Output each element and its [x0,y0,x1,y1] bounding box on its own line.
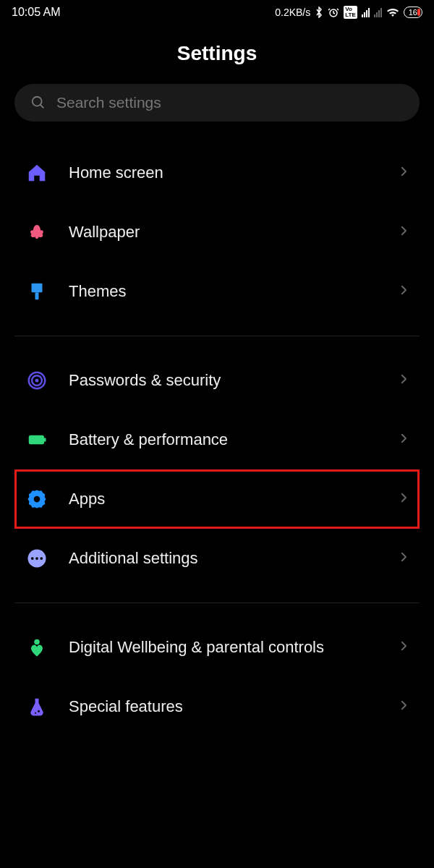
chevron-right-icon [397,224,410,240]
divider [14,336,420,336]
wifi-icon [386,7,399,17]
chevron-right-icon [397,373,410,388]
row-label: Apps [69,490,378,509]
battery-indicator: 16 [404,7,422,18]
battery-icon [24,427,50,453]
gear-icon [24,486,50,512]
svg-point-1 [33,97,42,106]
settings-row-home-screen[interactable]: Home screen [14,143,420,203]
row-label: Additional settings [69,549,378,568]
row-label: Special features [69,697,378,716]
flower-icon [24,219,50,245]
brush-icon [24,278,50,305]
dots-icon [24,545,50,571]
search-input[interactable] [56,94,404,111]
data-rate: 0.2KB/s [275,7,310,18]
signal-2-icon [374,7,382,17]
flask-icon [24,694,50,720]
chevron-right-icon [397,699,410,715]
divider [14,603,420,603]
chevron-right-icon [397,550,410,566]
alarm-icon [328,7,339,18]
settings-row-apps[interactable]: Apps [14,469,420,529]
volte-icon: VoLTE [344,6,357,19]
heart-icon [24,634,50,660]
chevron-right-icon [397,639,410,655]
row-label: Home screen [69,163,378,182]
search-box[interactable] [14,84,420,122]
row-label: Themes [69,282,378,301]
chevron-right-icon [397,491,410,507]
settings-list: Home screenWallpaperThemesPasswords & se… [0,143,434,736]
row-label: Digital Wellbeing & parental controls [69,638,378,657]
chevron-right-icon [397,284,410,299]
chevron-right-icon [397,432,410,448]
settings-row-passwords-security[interactable]: Passwords & security [14,351,420,410]
settings-row-additional-settings[interactable]: Additional settings [14,529,420,588]
signal-1-icon [362,7,370,17]
chevron-right-icon [397,165,410,181]
fingerprint-icon [24,367,50,393]
status-time: 10:05 AM [12,6,61,19]
svg-line-2 [41,105,44,109]
status-indicators: 0.2KB/s VoLTE 16 [275,6,422,19]
settings-row-battery-performance[interactable]: Battery & performance [14,410,420,469]
settings-row-special-features[interactable]: Special features [14,677,420,736]
home-icon [24,160,50,186]
page-title: Settings [0,42,434,65]
settings-row-themes[interactable]: Themes [14,262,420,321]
search-icon [30,95,46,111]
row-label: Passwords & security [69,371,378,390]
settings-row-wallpaper[interactable]: Wallpaper [14,203,420,262]
row-label: Wallpaper [69,223,378,242]
row-label: Battery & performance [69,430,378,449]
bluetooth-icon [315,7,323,18]
status-bar: 10:05 AM 0.2KB/s VoLTE 16 [0,0,434,25]
settings-row-digital-wellbeing[interactable]: Digital Wellbeing & parental controls [14,618,420,677]
